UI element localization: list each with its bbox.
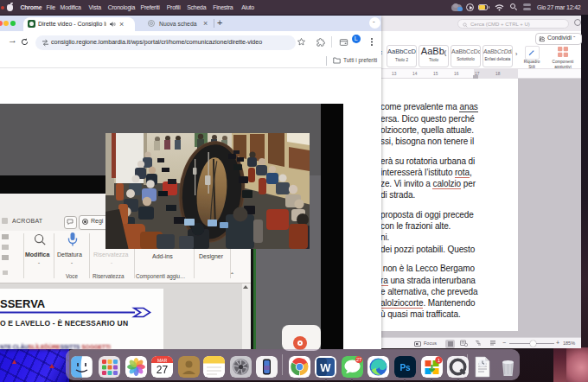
svg-text:27: 27: [356, 357, 361, 362]
svg-text:W: W: [320, 361, 331, 374]
svg-text:Ps: Ps: [399, 363, 411, 372]
svg-text:27: 27: [156, 364, 168, 376]
svg-text:MAR: MAR: [157, 358, 167, 363]
